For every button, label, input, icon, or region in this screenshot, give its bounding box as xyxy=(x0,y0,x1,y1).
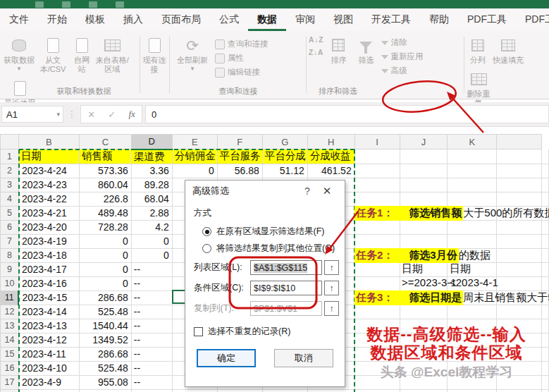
cell[interactable] xyxy=(497,389,542,392)
cell[interactable]: 525.48 xyxy=(79,305,131,319)
header-cell[interactable]: 销售额 xyxy=(79,149,131,164)
cell[interactable] xyxy=(400,164,448,178)
advanced-filter-button[interactable]: 高级 xyxy=(381,66,424,76)
insert-function-icon[interactable]: fx xyxy=(128,109,135,120)
cell[interactable]: 89.28 xyxy=(131,178,172,192)
row-header-12[interactable]: 12 xyxy=(1,305,19,319)
cell[interactable]: -- xyxy=(131,290,172,305)
cell[interactable] xyxy=(541,248,548,262)
cell[interactable]: 573.36 xyxy=(79,164,131,178)
header-cell[interactable]: 分销佣金 xyxy=(172,149,217,164)
cell[interactable]: 728.28 xyxy=(79,220,131,234)
column-header-I[interactable]: I xyxy=(354,135,400,149)
cell[interactable] xyxy=(400,305,448,319)
cell[interactable]: 56.88 xyxy=(217,164,262,178)
cell[interactable] xyxy=(541,262,548,276)
cell[interactable]: 286.68 xyxy=(79,347,131,361)
column-header-G[interactable]: G xyxy=(262,135,307,149)
header-cell[interactable]: 平台分成 xyxy=(262,149,307,164)
cell[interactable] xyxy=(400,220,448,234)
cell[interactable] xyxy=(262,389,307,392)
cell[interactable] xyxy=(400,178,448,192)
help-icon[interactable]: ? xyxy=(298,185,316,197)
cell[interactable]: 2023-4-23 xyxy=(18,178,79,192)
filter-button[interactable]: 筛选 xyxy=(353,35,378,65)
sort-az-icons[interactable]: A↓Z Z↓A xyxy=(309,37,323,56)
cell[interactable] xyxy=(400,149,448,164)
cell[interactable]: 0 xyxy=(79,262,131,276)
tab-数据-6[interactable]: 数据 xyxy=(248,8,286,31)
cell[interactable] xyxy=(131,389,172,392)
cell[interactable]: 2023-4-16 xyxy=(18,276,79,290)
cell[interactable] xyxy=(497,276,542,290)
cell[interactable]: 4.2 xyxy=(131,220,172,234)
tab-视图-8[interactable]: 视图 xyxy=(324,8,362,31)
cell[interactable] xyxy=(497,164,542,178)
cell[interactable] xyxy=(541,389,548,392)
cell[interactable] xyxy=(354,178,400,192)
from-web-button[interactable]: 自网站 xyxy=(70,35,93,74)
cell[interactable]: 0 xyxy=(131,234,172,248)
cell[interactable] xyxy=(541,149,548,164)
tab-插入-3[interactable]: 插入 xyxy=(114,8,152,31)
tab-开发工具-9[interactable]: 开发工具 xyxy=(362,8,420,31)
cell[interactable] xyxy=(79,389,131,392)
cell[interactable]: 525.48 xyxy=(79,361,131,375)
header-cell[interactable]: 平台服务 xyxy=(217,149,262,164)
cell[interactable]: 489.48 xyxy=(79,206,131,220)
row-header-8[interactable]: 8 xyxy=(1,248,19,262)
cell[interactable] xyxy=(497,149,542,164)
cell[interactable] xyxy=(497,248,542,262)
cell[interactable] xyxy=(448,178,497,192)
cell[interactable]: 0 xyxy=(79,248,131,262)
cell[interactable] xyxy=(354,262,400,276)
row-header-9[interactable]: 9 xyxy=(1,262,19,276)
cell[interactable]: 955.08 xyxy=(79,375,131,389)
cell[interactable] xyxy=(541,178,548,192)
cancel-entry-icon[interactable]: ✕ xyxy=(87,109,95,120)
cell[interactable] xyxy=(448,234,497,248)
row-header-18[interactable]: 18 xyxy=(1,389,19,392)
tab-模板-2[interactable]: 模板 xyxy=(76,8,114,31)
unique-records-checkbox[interactable]: 选择不重复的记录(R) xyxy=(194,326,345,338)
row-header-13[interactable]: 13 xyxy=(1,319,19,333)
cell[interactable] xyxy=(354,276,400,290)
list-range-input[interactable]: $A$1:$G$115 xyxy=(250,260,322,275)
cell[interactable]: 2023-4-19 xyxy=(18,234,79,248)
refresh-all-button[interactable]: ⟳ 全部刷新 ▾ xyxy=(172,35,213,73)
clear-filter-button[interactable]: 清除 xyxy=(381,37,424,48)
flash-fill-button[interactable]: 快速填充 xyxy=(491,35,525,65)
cell[interactable] xyxy=(541,305,548,319)
cell[interactable]: 860.04 xyxy=(79,178,131,192)
cell[interactable] xyxy=(497,178,542,192)
row-header-16[interactable]: 16 xyxy=(1,361,19,375)
row-header-4[interactable]: 4 xyxy=(1,192,19,206)
cell[interactable]: 2023-4-17 xyxy=(18,262,79,276)
edit-links-button[interactable]: 编辑链接 xyxy=(215,67,269,78)
row-header-17[interactable]: 17 xyxy=(1,375,19,389)
column-header-F[interactable]: F xyxy=(217,135,262,149)
cell[interactable] xyxy=(354,192,400,206)
reapply-button[interactable]: 重新应用 xyxy=(381,51,424,62)
checkbox-icon[interactable] xyxy=(194,327,203,336)
cell[interactable]: 1349.52 xyxy=(79,333,131,347)
row-header-10[interactable]: 10 xyxy=(1,276,19,290)
cell[interactable] xyxy=(307,389,354,392)
header-cell[interactable]: 渠道费 xyxy=(131,149,172,164)
cell[interactable]: -- xyxy=(131,333,172,347)
cell[interactable] xyxy=(541,220,548,234)
cell[interactable]: 2023-4-18 xyxy=(18,248,79,262)
undo-icon[interactable] xyxy=(62,1,70,8)
column-header-B[interactable]: B xyxy=(18,135,79,149)
cell[interactable] xyxy=(497,262,542,276)
cell[interactable]: -- xyxy=(131,276,172,290)
cell[interactable] xyxy=(400,192,448,206)
tab-PDF工具-11[interactable]: PDF工具 xyxy=(458,8,516,31)
cell[interactable] xyxy=(448,164,497,178)
cell[interactable] xyxy=(354,389,400,392)
cell[interactable] xyxy=(354,164,400,178)
column-header-D[interactable]: D xyxy=(131,135,172,149)
cell[interactable]: 0 xyxy=(131,248,172,262)
cell[interactable] xyxy=(541,234,548,248)
close-icon[interactable]: ✕ xyxy=(316,185,338,197)
